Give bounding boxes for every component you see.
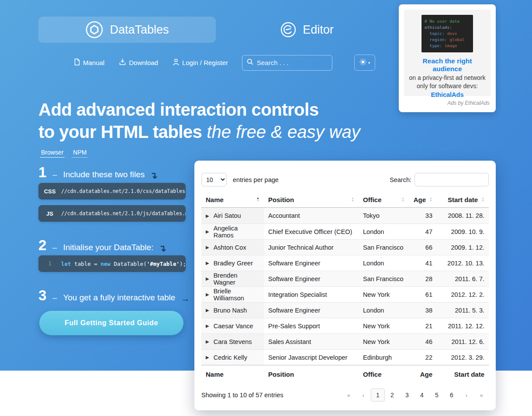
nav-search-box[interactable] (242, 55, 332, 71)
table-search-control: Search: (390, 173, 489, 186)
down-arrow-icon: ↴ (159, 243, 166, 254)
expand-row-icon[interactable]: ▶ (206, 339, 209, 344)
page-length-select[interactable]: 10 (201, 173, 227, 186)
nav-link-label: Manual (83, 59, 104, 66)
pagination-item--[interactable]: › (459, 389, 474, 401)
tab-npm[interactable]: NPM (72, 149, 88, 158)
user-icon (173, 58, 179, 67)
table-row[interactable]: ▶Ashton CoxJunior Technical AuthorSan Fr… (201, 239, 489, 255)
expand-row-icon[interactable]: ▶ (206, 308, 209, 313)
theme-toggle-button[interactable]: ▾ (354, 55, 375, 71)
download-icon (119, 58, 126, 67)
datatables-logo-label: DataTables (110, 23, 169, 37)
pagination-item-1[interactable]: 1 (371, 388, 385, 402)
getting-started-button[interactable]: Full Getting Started Guide (39, 311, 183, 335)
footer-column-office: Office (359, 365, 409, 383)
hero-line-2: to your HTML tables the free & easy way (38, 121, 360, 143)
sort-icon: ▲▼ (429, 197, 432, 202)
pagination-item-6[interactable]: 6 (444, 389, 459, 401)
table-search-input[interactable] (415, 173, 489, 186)
table-row[interactable]: ▶Cara StevensSales AssistantNew York4620… (201, 333, 489, 349)
ad-body-text: on a privacy-first ad network only for s… (408, 74, 487, 90)
page: DataTables Editor Manual Download (0, 0, 532, 416)
table-row[interactable]: ▶Brenden WagnerSoftware EngineerSan Fran… (201, 271, 489, 286)
column-header-office[interactable]: Office▲▼ (359, 192, 409, 207)
css-include-code: CSS //cdn.datatables.net/2.1.0/css/dataT… (38, 183, 186, 199)
column-header-name[interactable]: Name▲▼ (201, 192, 264, 207)
footer-column-position: Position (264, 365, 359, 383)
pagination: «‹123456›» (341, 388, 489, 402)
sort-icon: ▲▼ (351, 197, 354, 202)
expand-row-icon[interactable]: ▶ (206, 245, 209, 250)
table-row[interactable]: ▶Caesar VancePre-Sales SupportNew York21… (201, 318, 489, 333)
ad-attribution: Ads by EthicalAds (404, 100, 491, 106)
expand-row-icon[interactable]: ▶ (206, 276, 209, 281)
init-code-line: let table = new DataTable('#myTable'); (61, 261, 186, 267)
column-header-position[interactable]: Position▲▼ (264, 192, 359, 207)
expand-row-icon[interactable]: ▶ (206, 292, 209, 297)
sort-icon: ▲▼ (481, 197, 484, 202)
table-search-label: Search: (390, 176, 411, 183)
ad-brand-link[interactable]: EthicalAds (408, 91, 487, 98)
nav-link-login-register[interactable]: Login / Register (173, 58, 228, 67)
tab-browser[interactable]: Browser (40, 149, 65, 158)
pagination-item--[interactable]: » (474, 389, 489, 401)
datatables-logo-icon (85, 21, 104, 39)
nav-link-download[interactable]: Download (119, 58, 158, 67)
pagination-item-3[interactable]: 3 (400, 389, 415, 401)
pagination-item-4[interactable]: 4 (415, 389, 429, 401)
datatable-controls: 10 entries per page Search: (201, 173, 489, 186)
step-3-heading: 3 – You get a fully interactive table → (38, 288, 190, 303)
column-header-start-date[interactable]: Start date▲▼ (437, 192, 489, 207)
table-info: Showing 1 to 10 of 57 entries (201, 392, 283, 399)
expand-row-icon[interactable]: ▶ (206, 323, 209, 328)
sort-icon: ▲▼ (401, 197, 404, 202)
expand-row-icon[interactable]: ▶ (206, 261, 209, 265)
table-row[interactable]: ▶Angelica RamosChief Executive Officer (… (201, 223, 489, 239)
pagination-item--[interactable]: « (341, 389, 356, 401)
expand-row-icon[interactable]: ▶ (206, 229, 209, 234)
nav-link-manual[interactable]: Manual (74, 58, 104, 67)
ad-inner-panel: # No user dataethicalads: topic: devs re… (404, 10, 491, 96)
nav-tab-editor[interactable]: Editor (262, 17, 352, 43)
install-tabs: Browser NPM (40, 149, 88, 158)
sort-icon: ▲▼ (256, 197, 259, 202)
nav-link-label: Download (129, 59, 158, 66)
nav-search-input[interactable] (257, 59, 328, 66)
expand-row-icon[interactable]: ▶ (206, 213, 209, 218)
footer-column-name: Name (201, 365, 264, 383)
step-1-heading: 1 – Include these two files ↴ (38, 165, 158, 179)
table-row[interactable]: ▶Bradley GreerSoftware EngineerLondon412… (201, 255, 489, 271)
footer-column-start-date: Start date (437, 365, 489, 383)
nav-tab-datatables[interactable]: DataTables (38, 17, 216, 43)
footer-column-age: Age (409, 365, 437, 383)
page-length-control: 10 entries per page (201, 173, 279, 186)
table-footer-bar: Showing 1 to 10 of 57 entries «‹123456›» (201, 383, 489, 407)
nav-link-label: Login / Register (182, 59, 228, 66)
table-header-row: Name▲▼Position▲▼Office▲▼Age▲▼Start date▲… (201, 192, 489, 208)
column-header-age[interactable]: Age▲▼ (409, 192, 437, 207)
pagination-item-5[interactable]: 5 (429, 389, 444, 401)
step-2-heading: 2 – Initialise your DataTable: ↴ (38, 238, 166, 252)
ad-headline-link[interactable]: Reach the right audience (408, 57, 487, 73)
js-include-code: JS //cdn.datatables.net/2.1.0/js/dataTab… (38, 205, 186, 222)
ad-code-snippet: # No user dataethicalads: topic: devs re… (421, 15, 473, 52)
table-row[interactable]: ▶Airi SatouAccountantTokyo332008. 11. 28… (201, 208, 489, 223)
nav-links: Manual Download Login / Register ▾ (74, 55, 375, 71)
table-row[interactable]: ▶Brielle WilliamsonIntegration Specialis… (201, 286, 489, 302)
hero-line-1: Add advanced interaction controls (38, 99, 360, 121)
pagination-item-2[interactable]: 2 (385, 389, 400, 401)
table-footer-row: NamePositionOfficeAgeStart date (201, 365, 489, 383)
page-length-label: entries per page (233, 176, 279, 183)
editor-logo-icon (280, 21, 297, 38)
chevron-down-icon: ▾ (368, 61, 370, 65)
table-body: ▶Airi SatouAccountantTokyo332008. 11. 28… (201, 208, 489, 365)
sun-icon (359, 58, 366, 67)
table-row[interactable]: ▶Bruno NashSoftware EngineerLondon382011… (201, 302, 489, 318)
document-icon (74, 58, 80, 67)
editor-logo-label: Editor (303, 23, 334, 37)
pagination-item--[interactable]: ‹ (356, 389, 371, 401)
table-row[interactable]: ▶Cedric KellySenior Javascript Developer… (201, 349, 489, 365)
search-icon (247, 58, 253, 67)
expand-row-icon[interactable]: ▶ (206, 355, 209, 360)
